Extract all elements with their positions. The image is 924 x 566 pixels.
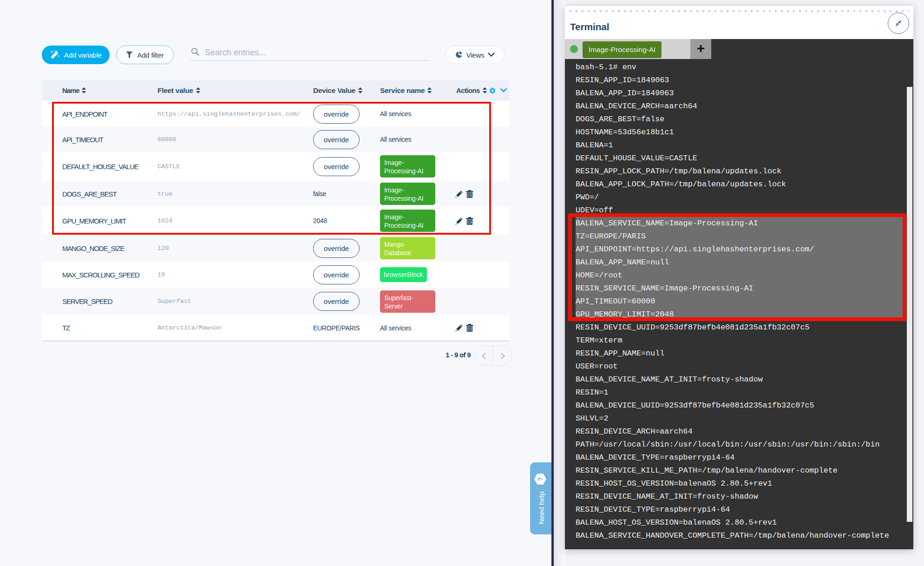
svg-text:?: ?: [537, 477, 544, 481]
